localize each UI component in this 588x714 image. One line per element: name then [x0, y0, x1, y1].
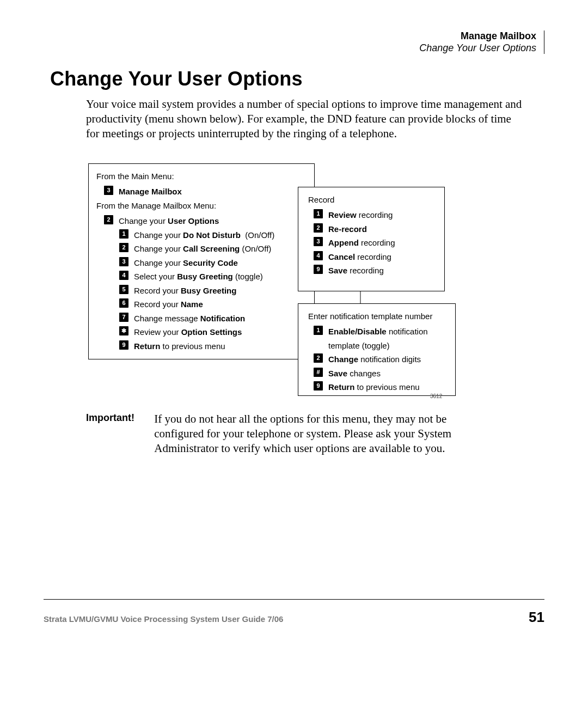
menu-item: 2Change notification digits — [314, 352, 448, 367]
main-menu-box: From the Main Menu: 3 Manage Mailbox Fro… — [88, 163, 315, 359]
menu-item: 3Append recording — [314, 236, 437, 250]
menu-item-manage-mailbox: 3 Manage Mailbox — [104, 185, 307, 199]
page: Manage Mailbox Change Your User Options … — [0, 0, 588, 714]
menu-item: 3Change your Security Code — [119, 256, 307, 270]
menu-item: 1Enable/Disable notification template (t… — [314, 325, 448, 352]
key-icon: 1 — [314, 326, 323, 335]
menu-item-label: Cancel recording — [328, 250, 391, 264]
menu-item: 6Record your Name — [119, 297, 307, 312]
key-icon: 2 — [314, 353, 323, 363]
from-main-menu-label: From the Main Menu: — [96, 169, 307, 184]
key-icon: 3 — [314, 237, 323, 246]
menu-item: 1Change your Do Not Disturb (On/Off) — [119, 228, 307, 242]
menu-item-user-options: 2 Change your User Options — [104, 214, 307, 228]
menu-item-label: Select your Busy Greeting (toggle) — [134, 270, 263, 284]
menu-item: ✱Review your Option Settings — [119, 325, 307, 339]
key-icon: 6 — [119, 298, 128, 308]
menu-item-label: Append recording — [328, 236, 395, 250]
key-icon: 9 — [119, 340, 128, 350]
key-icon: 5 — [119, 285, 128, 294]
menu-item-label: Return to previous menu — [328, 380, 420, 394]
running-header: Manage Mailbox Change Your User Options — [419, 30, 544, 54]
menu-item-label: Save changes — [328, 367, 381, 381]
key-icon: 4 — [119, 271, 128, 280]
key-icon: 7 — [119, 313, 128, 322]
important-label: Important! — [86, 412, 151, 424]
menu-item: 1Review recording — [314, 208, 437, 222]
menu-item-label: Manage Mailbox — [119, 185, 182, 199]
key-3-icon: 3 — [104, 186, 113, 195]
menu-item-label: Change your Security Code — [134, 256, 238, 270]
menu-item: 2Re-record — [314, 222, 437, 236]
page-number: 51 — [529, 609, 544, 626]
menu-item-label: Review your Option Settings — [134, 325, 242, 339]
from-manage-mailbox-label: From the Manage Mailbox Menu: — [96, 199, 307, 213]
menu-item-label: Change your Call Screening (On/Off) — [134, 242, 271, 256]
notification-title: Enter notification template number — [308, 309, 448, 324]
menu-item: 2Change your Call Screening (On/Off) — [119, 242, 307, 256]
menu-item-label: Change your Do Not Disturb (On/Off) — [134, 228, 274, 242]
running-header-secondary: Change Your User Options — [419, 42, 536, 54]
notification-menu-box: Enter notification template number 1Enab… — [298, 303, 456, 396]
key-icon: ✱ — [119, 326, 128, 335]
key-icon: 2 — [119, 243, 128, 252]
menu-item: 9Return to previous menu — [314, 380, 448, 394]
key-icon: 3 — [119, 257, 128, 266]
footer-rule — [44, 599, 544, 600]
key-icon: 1 — [314, 209, 323, 218]
menu-item-label: Record your Busy Greeting — [134, 284, 236, 298]
menu-item: 5Record your Busy Greeting — [119, 284, 307, 298]
record-title: Record — [308, 193, 437, 207]
intro-paragraph: Your voice mail system provides a number… — [86, 97, 527, 141]
menu-item-label: Review recording — [328, 208, 393, 222]
menu-item: 9Save recording — [314, 264, 437, 278]
key-2-icon: 2 — [104, 215, 113, 224]
key-icon: 4 — [314, 251, 323, 260]
menu-diagram: From the Main Menu: 3 Manage Mailbox Fro… — [88, 163, 458, 398]
menu-item-label: Re-record — [328, 222, 367, 236]
menu-item-label: Change your User Options — [119, 214, 219, 228]
key-icon: 9 — [314, 265, 323, 274]
key-icon: 2 — [314, 223, 323, 233]
menu-item: 4Select your Busy Greeting (toggle) — [119, 270, 307, 284]
footer-guide-title: Strata LVMU/GVMU Voice Processing System… — [44, 614, 283, 624]
menu-item: 4Cancel recording — [314, 250, 437, 264]
notification-list: 1Enable/Disable notification template (t… — [306, 325, 448, 394]
important-body: If you do not hear all the options for t… — [154, 412, 459, 456]
record-menu-box: Record 1Review recording2Re-record3Appen… — [298, 187, 445, 291]
page-footer: Strata LVMU/GVMU Voice Processing System… — [44, 609, 544, 626]
menu-item-label: Change message Notification — [134, 312, 245, 326]
record-list: 1Review recording2Re-record3Append recor… — [306, 208, 437, 278]
running-header-primary: Manage Mailbox — [419, 30, 536, 42]
menu-item-label: Save recording — [328, 264, 384, 278]
key-icon: # — [314, 368, 323, 377]
diagram-id: 3612 — [430, 393, 442, 399]
menu-item: #Save changes — [314, 367, 448, 381]
user-options-sublist: 1Change your Do Not Disturb (On/Off)2Cha… — [96, 228, 307, 353]
menu-item: 7Change message Notification — [119, 312, 307, 326]
key-icon: 1 — [119, 229, 128, 239]
menu-item-label: Enable/Disable notification template (to… — [328, 325, 448, 352]
menu-item-label: Return to previous menu — [134, 339, 225, 353]
page-title: Change Your User Options — [50, 68, 303, 90]
menu-item: 9Return to previous menu — [119, 339, 307, 353]
key-icon: 9 — [314, 381, 323, 390]
important-note: Important! If you do not hear all the op… — [86, 412, 516, 456]
menu-item-label: Change notification digits — [328, 352, 421, 367]
menu-item-label: Record your Name — [134, 297, 203, 312]
